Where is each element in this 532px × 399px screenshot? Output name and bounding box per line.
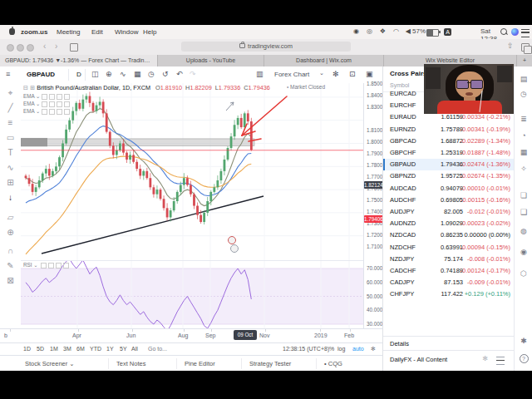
calendar-icon[interactable]: ▦ bbox=[515, 148, 532, 156]
input-source-icon[interactable]: A bbox=[444, 28, 451, 36]
watchlist-row-GBPAUD[interactable]: GBPAUD1.79436-0.02474 (-1.36%) bbox=[383, 159, 515, 170]
bottom-tab-stock-screener[interactable]: Stock Screener ⌄ bbox=[25, 360, 75, 367]
apple-menu-icon[interactable] bbox=[9, 28, 15, 35]
watchlist-row-AUDJPY[interactable]: AUDJPY82.005-0.012 (-0.01%) bbox=[383, 206, 515, 218]
browser-tab-1[interactable]: Uploads - YouTube bbox=[158, 55, 264, 66]
wifi-icon[interactable]: ◠ bbox=[393, 27, 399, 35]
snapshot-icon[interactable]: ▣ bbox=[366, 70, 373, 78]
news-feed-header[interactable]: DailyFX - All Content ✻ bbox=[383, 349, 515, 371]
window-minimize-button[interactable] bbox=[17, 44, 24, 52]
menu-item-zoomus[interactable]: zoom.us bbox=[21, 28, 47, 36]
ema-legend-box[interactable] bbox=[49, 101, 55, 107]
shapes-icon[interactable]: ▭ bbox=[0, 133, 21, 142]
timezone-clock[interactable]: 12:38:15 (UTC+8) bbox=[283, 346, 329, 352]
layout-dropdown-icon[interactable]: ⌄ bbox=[319, 70, 324, 76]
rsi-pane[interactable]: RSI ⌄ bbox=[21, 260, 363, 329]
menu-item-window[interactable]: Window bbox=[115, 28, 138, 36]
dropbox-icon[interactable]: ❖ bbox=[380, 27, 386, 35]
camera-icon[interactable]: ◎ bbox=[367, 27, 372, 35]
auto-scale-toggle[interactable]: auto bbox=[352, 346, 364, 352]
address-bar[interactable]: tradingview.com bbox=[181, 42, 351, 52]
layout-panel-icon[interactable]: ▥ bbox=[256, 70, 264, 78]
layout-name[interactable]: Forex Chart bbox=[274, 71, 309, 78]
crosshair-cursor-icon[interactable]: ⌖ bbox=[0, 88, 21, 98]
streams-icon[interactable]: ◍ bbox=[515, 227, 532, 235]
bottom-tab-pine-editor[interactable]: Pine Editor bbox=[185, 360, 215, 367]
range-button-6m[interactable]: 6M bbox=[76, 346, 85, 352]
watchlist-row-GBPCAD[interactable]: GBPCAD1.68872-0.02289 (-1.34%) bbox=[383, 135, 515, 147]
range-button-3m[interactable]: 3M bbox=[63, 346, 71, 352]
chart-title[interactable]: British Pound/Australian Dollar, 1D, FXC… bbox=[37, 84, 150, 91]
watchlist-title[interactable]: Cross Pairs bbox=[390, 70, 426, 77]
ema-legend-row[interactable]: EMA ⌄ bbox=[23, 108, 70, 115]
draw-icon[interactable]: ✎ bbox=[0, 261, 21, 270]
object-tree-icon[interactable]: ⬡ bbox=[515, 269, 532, 278]
menu-item-meeting[interactable]: Meeting bbox=[57, 28, 80, 36]
ema-legend-box[interactable] bbox=[57, 109, 62, 115]
date-axis[interactable]: bAprJunAugSepNov2019Feb 09 Oct '18 bbox=[0, 328, 382, 343]
lock-drawings-icon[interactable]: ⊠ bbox=[0, 276, 21, 285]
arrow-marker-icon[interactable]: ↓ bbox=[0, 193, 21, 202]
ema-legend-box[interactable] bbox=[49, 109, 55, 115]
browser-tab-0[interactable]: GBPAUD: 1.79436 ▼-1.36% — Forex Chart — … bbox=[0, 55, 158, 66]
watchlist-row-NZDCHF[interactable]: NZDCHF0.63991-0.00094 (-0.15%) bbox=[383, 242, 515, 254]
notification-center-icon[interactable] bbox=[521, 29, 530, 37]
ema-legend-box[interactable] bbox=[57, 101, 62, 107]
watchlist-row-NZDJPY[interactable]: NZDJPY75.174-0.008 (-0.01%) bbox=[383, 254, 515, 265]
ema-legend-row[interactable]: EMA ⌄ bbox=[23, 93, 70, 100]
range-button-all[interactable]: All bbox=[131, 346, 138, 352]
fullscreen-icon[interactable]: ⊡ bbox=[349, 70, 356, 78]
window-zoom-button[interactable] bbox=[27, 44, 34, 52]
headlines-icon[interactable]: ≣ bbox=[515, 115, 532, 123]
ema-legend-box[interactable] bbox=[64, 94, 70, 100]
watchlist-row-AUDCHF[interactable]: AUDCHF0.69805-0.00115 (-0.16%) bbox=[383, 195, 515, 206]
ema-legend-box[interactable] bbox=[42, 94, 47, 100]
indicators-icon[interactable]: ∿ bbox=[120, 70, 126, 78]
watchlist-row-AUDNZD[interactable]: AUDNZD1.09029-0.00023 (-0.02%) bbox=[383, 218, 515, 229]
watchlist-column-header[interactable]: Symbol bbox=[390, 82, 409, 88]
watchlist-row-NZDCAD[interactable]: NZDCAD0.862350.00000 (0.00%) bbox=[383, 229, 515, 241]
ema-legend-box[interactable] bbox=[57, 94, 62, 100]
chart-settings-icon[interactable]: ✻ bbox=[371, 346, 376, 352]
share-icon[interactable]: ⇧ bbox=[507, 42, 514, 50]
compare-icon[interactable]: ⊕ bbox=[106, 70, 112, 78]
hotlists-icon[interactable]: ◔ bbox=[515, 131, 532, 140]
help-icon[interactable]: ? bbox=[515, 354, 532, 363]
ema-legend-box[interactable] bbox=[64, 109, 70, 115]
watchlist-row-EURNZD[interactable]: EURNZD1.75789-0.00341 (-0.19%) bbox=[383, 124, 515, 135]
xabcd-pattern-icon[interactable]: ∿ bbox=[0, 163, 21, 172]
rsi-legend[interactable]: RSI ⌄ bbox=[23, 262, 69, 268]
settings-icon[interactable]: ✻ bbox=[332, 70, 339, 78]
prediction-icon[interactable]: ⊞ bbox=[0, 178, 21, 187]
siri-icon[interactable] bbox=[511, 28, 519, 36]
bottom-tab-cqg[interactable]: • CQG bbox=[324, 360, 342, 367]
back-button[interactable]: ‹ bbox=[43, 42, 46, 51]
forward-button[interactable]: › bbox=[55, 42, 57, 51]
range-button-1y[interactable]: 1Y bbox=[106, 346, 114, 352]
goto-button[interactable]: Go to... bbox=[148, 346, 167, 352]
magnet-icon[interactable]: ∩ bbox=[0, 246, 21, 255]
ema-legend-box[interactable] bbox=[42, 109, 47, 115]
interval-button[interactable]: D bbox=[76, 71, 81, 78]
ema-legend-box[interactable] bbox=[49, 94, 55, 100]
new-tab-button[interactable]: + bbox=[517, 55, 532, 66]
bug-report-icon[interactable]: ✱ bbox=[515, 337, 532, 345]
ideas-icon[interactable]: ✧ bbox=[515, 165, 532, 173]
watchlist-row-CADCHF[interactable]: CADCHF0.74189-0.00124 (-0.17%) bbox=[383, 265, 515, 277]
feed-settings-icon[interactable]: ✻ bbox=[482, 355, 488, 362]
range-button-5y[interactable]: 5Y bbox=[120, 346, 127, 352]
templates-icon[interactable]: ▦ bbox=[134, 70, 141, 78]
pane-maximize-icon[interactable]: ⊞ bbox=[30, 84, 35, 91]
range-button-ytd[interactable]: YTD bbox=[90, 346, 101, 352]
zoom-in-icon[interactable]: ⊕ bbox=[0, 228, 21, 237]
range-button-1d[interactable]: 1D bbox=[23, 346, 31, 352]
feed-list-icon[interactable] bbox=[496, 357, 505, 365]
watchlist-row-AUDCAD[interactable]: AUDCAD0.94079-0.00010 (-0.01%) bbox=[383, 183, 515, 195]
watchlist-row-GBPNZD[interactable]: GBPNZD1.95725-0.02674 (-1.35%) bbox=[383, 170, 515, 182]
undo-icon[interactable]: ↶ bbox=[176, 70, 183, 78]
main-menu-icon[interactable]: ≡ bbox=[6, 70, 10, 78]
sidebar-icon[interactable] bbox=[70, 43, 78, 52]
watchlist-icon[interactable]: ▤ bbox=[515, 75, 532, 83]
comments-icon[interactable]: ❑ bbox=[515, 208, 532, 216]
ema-legend-box[interactable] bbox=[42, 101, 47, 107]
